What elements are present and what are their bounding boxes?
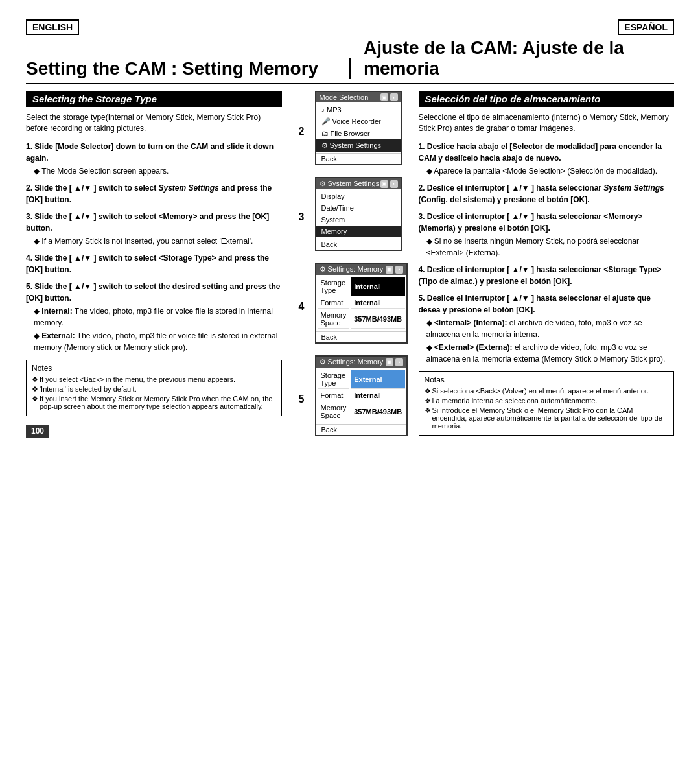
- page-number-badge: 100: [26, 421, 282, 438]
- screen3-icon2: ▪: [390, 180, 398, 188]
- screen2: Mode Selection ▣ ▪ ♪ MP3 🎤 Voice Recorde…: [315, 91, 402, 165]
- step-en-4: 4. Slide the [ ▲/▼ ] switch to select <S…: [26, 252, 282, 276]
- screen5-format-value: Internal: [351, 390, 405, 401]
- notes-es-item1: Si selecciona <Back> (Volver) en el menú…: [425, 387, 669, 395]
- screen5-row-storage: Storage Type External: [318, 370, 406, 389]
- screen3-header: ⚙ System Settings ▣ ▪: [316, 178, 401, 189]
- screen5-icon2: ▪: [395, 358, 403, 366]
- step-en-3-text: 3. Slide the [ ▲/▼ ] switch to select <M…: [26, 212, 269, 233]
- section-heading-en: Selecting the Storage Type: [26, 91, 282, 107]
- main-content: Selecting the Storage Type Select the st…: [26, 91, 674, 448]
- screen4-body: Storage Type Internal Format Internal Me…: [316, 275, 407, 331]
- screen4-format-value: Internal: [351, 298, 405, 309]
- step-es-1-text: 1. Deslice hacia abajo el [Selector de m…: [419, 142, 662, 163]
- screen2-item-voice: 🎤 Voice Recorder: [316, 115, 401, 128]
- screen3: ⚙ System Settings ▣ ▪ Display Date/Time …: [315, 177, 402, 251]
- lang-en-label: ENGLISH: [26, 19, 79, 35]
- screen3-footer: Back: [316, 239, 401, 250]
- lang-es-label: ESPAÑOL: [618, 19, 674, 35]
- screen5-icons: ▣ ▪: [386, 358, 403, 366]
- notes-en-item3: If you insert the Memory Stick or Memory…: [32, 395, 276, 410]
- screen5-icon1: ▣: [386, 358, 393, 366]
- screen2-item-settings: ⚙ System Settings: [316, 139, 401, 152]
- screen2-item-mp3: ♪ MP3: [316, 104, 401, 115]
- screen5: ⚙ Settings: Memory ▣ ▪ Storage Type Exte…: [315, 355, 408, 436]
- notes-title-es: Notas: [425, 375, 669, 384]
- step-en-3-bullet: If a Memory Stick is not inserted, you c…: [34, 235, 282, 247]
- screen3-wrapper: 3 ⚙ System Settings ▣ ▪ Display Date/Tim…: [299, 177, 402, 257]
- screen2-wrapper: 2 Mode Selection ▣ ▪ ♪ MP3 🎤 Voice Recor…: [299, 91, 402, 172]
- steps-es: 1. Deslice hacia abajo el [Selector de m…: [419, 141, 675, 365]
- screen3-item-memory: Memory: [316, 226, 401, 237]
- page: ENGLISH ESPAÑOL Setting the CAM : Settin…: [0, 0, 700, 763]
- notes-en-item2: 'Internal' is selected by default.: [32, 385, 276, 393]
- screen3-item-datetime: Date/Time: [316, 202, 401, 214]
- step-en-5-bullet2: External: The video, photo, mp3 file or …: [34, 330, 282, 353]
- step-en-2: 2. Slide the [ ▲/▼ ] switch to select Sy…: [26, 182, 282, 205]
- screen3-icon1: ▣: [380, 180, 388, 188]
- left-column: Selecting the Storage Type Select the st…: [26, 91, 292, 448]
- screen4-storage-value: Internal: [351, 277, 405, 296]
- screen4-icon2: ▪: [395, 266, 403, 274]
- screen4-num: 4: [299, 301, 312, 312]
- screen2-num: 2: [299, 126, 312, 137]
- screen3-num: 3: [299, 211, 312, 223]
- step-es-3: 3. Deslice el interruptor [ ▲/▼ ] hasta …: [419, 211, 675, 259]
- screen4-icons: ▣ ▪: [386, 266, 403, 274]
- page-number: 100: [26, 425, 49, 438]
- notes-box-en: Notes If you select <Back> in the menu, …: [26, 360, 282, 416]
- step-es-1-bullet: Aparece la pantalla <Mode Selection> (Se…: [426, 165, 675, 177]
- notes-en-item1: If you select <Back> in the menu, the pr…: [32, 375, 276, 383]
- screen3-body: Display Date/Time System Memory: [316, 189, 401, 239]
- title-row: Setting the CAM : Setting Memory Ajuste …: [26, 38, 674, 84]
- screen5-table: Storage Type External Format Internal Me…: [316, 369, 407, 423]
- screen4-header: ⚙ Settings: Memory ▣ ▪: [316, 264, 407, 275]
- step-en-1-bullet: The Mode Selection screen appears.: [34, 165, 282, 177]
- screen2-footer: Back: [316, 153, 401, 164]
- screen4-memspace-label: Memory Space: [318, 310, 350, 329]
- step-en-5: 5. Slide the [ ▲/▼ ] switch to select th…: [26, 281, 282, 353]
- step-en-1: 1. Slide [Mode Selector] down to turn on…: [26, 141, 282, 177]
- step-es-5-bullet2: <External> (Externa): el archivo de vide…: [426, 342, 675, 365]
- screen5-storage-value: External: [351, 370, 405, 389]
- screen4-wrapper: 4 ⚙ Settings: Memory ▣ ▪ Storage Type: [299, 263, 402, 350]
- step-es-3-text: 3. Deslice el interruptor [ ▲/▼ ] hasta …: [419, 212, 643, 233]
- notes-es-item3: Si introduce el Memory Stick o el Memory…: [425, 406, 669, 430]
- screen4-memspace-value: 357MB/493MB: [351, 310, 405, 329]
- step-en-1-text: 1. Slide [Mode Selector] down to turn on…: [26, 142, 274, 163]
- screen3-title: ⚙ System Settings: [320, 180, 380, 188]
- notes-title-en: Notes: [32, 364, 276, 373]
- screen5-memspace-label: Memory Space: [318, 403, 350, 421]
- screen5-title: ⚙ Settings: Memory: [320, 358, 384, 366]
- screen5-body: Storage Type External Format Internal Me…: [316, 368, 407, 424]
- screen3-icons: ▣ ▪: [380, 180, 398, 188]
- screen5-storage-label: Storage Type: [318, 370, 350, 389]
- step-en-5-bullet1: Internal: The video, photo, mp3 file or …: [34, 305, 282, 329]
- center-column: 2 Mode Selection ▣ ▪ ♪ MP3 🎤 Voice Recor…: [292, 91, 409, 448]
- step-en-3: 3. Slide the [ ▲/▼ ] switch to select <M…: [26, 211, 282, 247]
- screen4-title: ⚙ Settings: Memory: [320, 265, 384, 274]
- screen2-icon2: ▪: [390, 93, 398, 101]
- step-en-2-text: 2. Slide the [ ▲/▼ ] switch to select Sy…: [26, 183, 272, 204]
- screen5-memspace-value: 357MB/493MB: [351, 403, 405, 421]
- screen2-item-file: 🗂 File Browser: [316, 128, 401, 139]
- step-es-2: 2. Deslice el interruptor [ ▲/▼ ] hasta …: [419, 182, 675, 205]
- screen5-header: ⚙ Settings: Memory ▣ ▪: [316, 357, 407, 368]
- step-es-2-text: 2. Deslice el interruptor [ ▲/▼ ] hasta …: [419, 183, 664, 204]
- step-es-5-bullet1: <Internal> (Interna): el archivo de vide…: [426, 317, 675, 340]
- notes-box-es: Notas Si selecciona <Back> (Volver) en e…: [419, 371, 675, 436]
- step-es-3-bullet: Si no se inserta ningún Memory Stick, no…: [426, 235, 675, 259]
- screen2-icons: ▣ ▪: [380, 93, 398, 101]
- intro-en: Select the storage type(Internal or Memo…: [26, 112, 282, 134]
- screen5-num: 5: [299, 393, 312, 405]
- screen5-footer: Back: [316, 424, 407, 435]
- step-es-4: 4. Deslice el interruptor [ ▲/▼ ] hasta …: [419, 264, 675, 287]
- screen3-item-display: Display: [316, 191, 401, 202]
- screen4: ⚙ Settings: Memory ▣ ▪ Storage Type Inte…: [315, 263, 408, 344]
- screen3-item-system: System: [316, 214, 401, 226]
- notes-es-item2: La memoria interna se selecciona automát…: [425, 397, 669, 405]
- title-es: Ajuste de la CAM: Ajuste de la memoria: [351, 38, 674, 79]
- screen5-row-format: Format Internal: [318, 390, 406, 401]
- screen2-header: Mode Selection ▣ ▪: [316, 92, 401, 102]
- step-es-4-text: 4. Deslice el interruptor [ ▲/▼ ] hasta …: [419, 265, 662, 286]
